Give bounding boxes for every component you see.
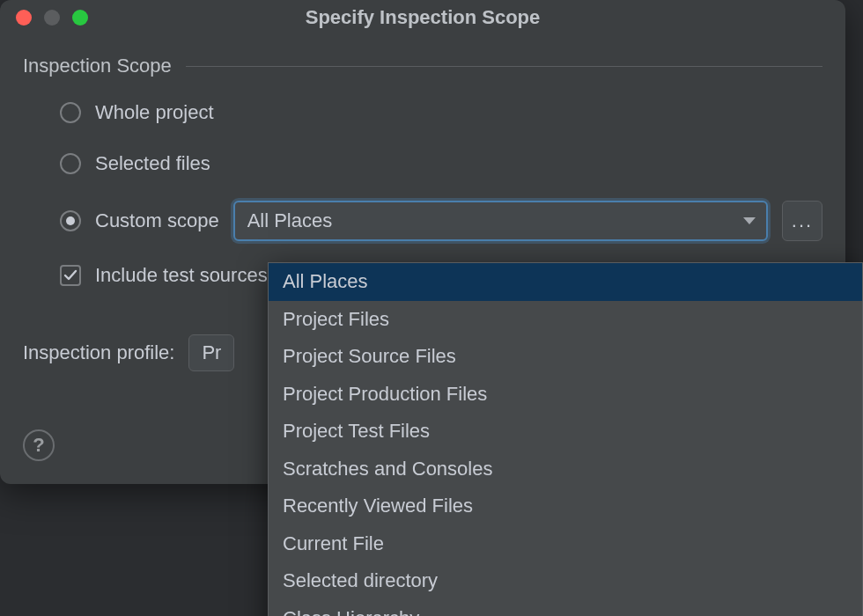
include-tests-label[interactable]: Include test sources — [95, 264, 268, 287]
section-header: Inspection Scope — [23, 55, 822, 77]
radio-label-custom-scope[interactable]: Custom scope — [95, 209, 219, 232]
close-window-button[interactable] — [16, 10, 32, 26]
dialog-title: Specify Inspection Scope — [0, 6, 845, 29]
custom-scope-value: All Places — [247, 209, 333, 232]
chevron-down-icon — [743, 217, 756, 224]
dropdown-item[interactable]: Project Production Files — [269, 376, 862, 414]
inspection-profile-label: Inspection profile: — [23, 341, 174, 364]
dropdown-item[interactable]: All Places — [269, 263, 862, 301]
section-divider — [186, 66, 822, 67]
inspection-profile-dropdown[interactable]: Pr — [188, 334, 234, 371]
titlebar: Specify Inspection Scope — [0, 0, 845, 35]
dropdown-item[interactable]: Class Hierarchy — [269, 600, 862, 616]
custom-scope-combo-row: All Places ... — [233, 201, 822, 241]
dropdown-item[interactable]: Selected directory — [269, 562, 862, 600]
section-title: Inspection Scope — [23, 55, 172, 77]
radio-row-custom-scope[interactable]: Custom scope All Places ... — [60, 201, 822, 241]
dropdown-item[interactable]: Project Files — [269, 301, 862, 339]
edit-scopes-button[interactable]: ... — [782, 201, 822, 241]
dropdown-item[interactable]: Project Test Files — [269, 413, 862, 451]
dropdown-item[interactable]: Project Source Files — [269, 338, 862, 376]
scope-radio-group: Whole project Selected files Custom scop… — [23, 99, 822, 241]
radio-whole-project[interactable] — [60, 102, 81, 123]
custom-scope-dropdown[interactable]: All Places — [233, 201, 768, 241]
radio-row-selected-files[interactable]: Selected files — [60, 150, 822, 178]
radio-label-whole-project[interactable]: Whole project — [95, 101, 214, 124]
window-controls — [0, 10, 88, 26]
include-tests-checkbox[interactable] — [60, 265, 81, 286]
radio-custom-scope[interactable] — [60, 210, 81, 231]
dropdown-item[interactable]: Scratches and Consoles — [269, 451, 862, 488]
minimize-window-button[interactable] — [44, 10, 60, 26]
radio-selected-files[interactable] — [60, 153, 81, 174]
maximize-window-button[interactable] — [72, 10, 88, 26]
dropdown-item[interactable]: Current File — [269, 525, 862, 563]
radio-row-whole-project[interactable]: Whole project — [60, 99, 822, 127]
checkmark-icon — [63, 268, 77, 282]
custom-scope-dropdown-popup[interactable]: All PlacesProject FilesProject Source Fi… — [268, 262, 863, 616]
radio-label-selected-files[interactable]: Selected files — [95, 152, 210, 175]
help-button[interactable]: ? — [23, 429, 55, 461]
dropdown-item[interactable]: Recently Viewed Files — [269, 488, 862, 525]
